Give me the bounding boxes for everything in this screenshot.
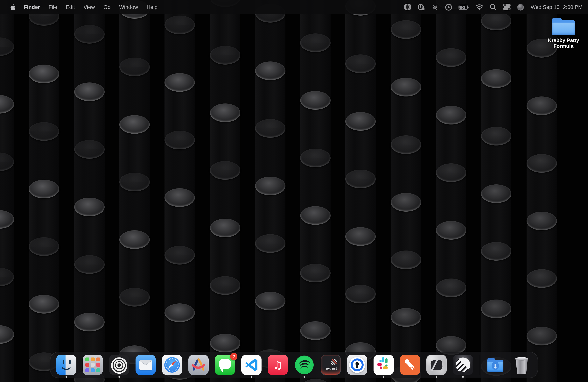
wallpaper-cylinder-column (255, 0, 285, 382)
spotify-icon (294, 355, 315, 375)
dock-item-onepassword[interactable] (347, 355, 367, 375)
arc-icon (189, 355, 209, 375)
blue-folder-icon (552, 18, 575, 35)
dock-item-messages[interactable]: 2 (215, 355, 235, 375)
dock-item-rings[interactable] (109, 355, 129, 375)
desktop: Finder File Edit View Go Window Help (0, 0, 588, 382)
wallpaper-cylinder-column (391, 0, 421, 382)
wallpaper-cylinder-column (526, 0, 557, 382)
raycast-label: raycast (321, 366, 340, 370)
menu-item-active-app[interactable]: Finder (20, 4, 44, 10)
safari-icon (162, 355, 182, 375)
menu-bar-left: Finder File Edit View Go Window Help (0, 4, 162, 10)
wifi-icon[interactable] (472, 0, 486, 14)
menu-bar-time: 2:00 PM (563, 4, 583, 10)
dock-item-arc[interactable] (189, 355, 209, 375)
wallpaper-cylinder-column (29, 0, 59, 382)
menu-item-window[interactable]: Window (115, 4, 142, 10)
dock-item-music[interactable]: ♫ (268, 355, 288, 375)
spotlight-search-icon[interactable] (486, 0, 500, 14)
dock-item-raycast[interactable]: raycast (321, 355, 341, 375)
vscode-icon (241, 355, 262, 375)
running-indicator (436, 376, 437, 378)
running-indicator (118, 376, 120, 378)
menu-item-file[interactable]: File (44, 4, 62, 10)
wallpaper-cylinder-column (481, 0, 512, 382)
rings-icon (109, 355, 129, 375)
menu-bar-status-area: Wed Sep 10 2:00 PM (401, 0, 588, 14)
trash-icon (512, 355, 532, 375)
dock-item-slack[interactable] (374, 355, 394, 375)
wallpaper (0, 0, 588, 382)
menu-item-view[interactable]: View (79, 4, 99, 10)
wallpaper-cylinder-column (210, 0, 240, 382)
running-indicator (383, 376, 384, 378)
dock-item-postman[interactable] (400, 355, 420, 375)
downloads-icon (485, 355, 505, 375)
sphere-assistant-icon[interactable] (514, 0, 527, 14)
music-icon: ♫ (268, 355, 288, 375)
linear-icon (453, 355, 473, 375)
dock-item-launchpad[interactable] (83, 355, 103, 375)
play-circle-menu-icon[interactable] (441, 0, 455, 14)
menu-bar-date: Wed Sep 10 (531, 4, 559, 10)
running-indicator (65, 376, 67, 378)
dock-item-finder[interactable] (56, 355, 76, 375)
menu-bar-clock[interactable]: Wed Sep 10 2:00 PM (527, 4, 583, 10)
dock-item-spotify[interactable] (294, 355, 315, 375)
starburst-app-menu-icon[interactable] (401, 0, 414, 14)
dock-divider (479, 355, 479, 375)
raycast-icon: raycast (321, 355, 341, 375)
menu-item-go[interactable]: Go (99, 4, 115, 10)
menu-item-edit[interactable]: Edit (62, 4, 79, 10)
onepassword-icon (347, 355, 367, 375)
wallpaper-cylinder-column (119, 0, 150, 382)
desktop-folder-label: Krabby Patty Formula (548, 37, 579, 49)
dock-item-downloads[interactable] (485, 355, 505, 375)
wallpaper-cylinder-column (165, 0, 195, 382)
battery-charging-icon[interactable] (455, 0, 472, 14)
dock-item-safari[interactable] (162, 355, 182, 375)
wallpaper-cylinder-column (300, 0, 331, 382)
wallpaper-cylinder-column (346, 0, 376, 382)
running-indicator (462, 376, 464, 378)
running-indicator (251, 376, 252, 378)
postman-icon (400, 355, 420, 375)
finder-icon (56, 355, 76, 375)
dock-item-vscode[interactable] (241, 355, 262, 375)
power-lock-menu-icon[interactable] (414, 0, 428, 14)
desktop-folder-krabby-patty-formula[interactable]: Krabby Patty Formula (542, 18, 585, 49)
wallpaper-cylinder-column (0, 0, 14, 382)
dock-item-marbled[interactable] (426, 355, 447, 375)
wallpaper-cylinder-column (436, 0, 466, 382)
wallpaper-cylinder-column (74, 0, 105, 382)
mail-icon (136, 355, 156, 375)
slack-icon (374, 355, 394, 375)
striped-diamond-menu-icon[interactable] (428, 0, 441, 14)
menu-item-help[interactable]: Help (142, 4, 162, 10)
launchpad-icon (83, 355, 103, 375)
running-indicator (304, 376, 305, 378)
marbled-icon (426, 355, 447, 375)
dock-item-trash[interactable] (512, 355, 532, 375)
control-center-icon[interactable] (500, 0, 514, 14)
dock-item-mail[interactable] (136, 355, 156, 375)
notification-badge: 2 (230, 353, 237, 360)
apple-menu-icon[interactable] (6, 4, 20, 10)
menu-bar: Finder File Edit View Go Window Help (0, 0, 588, 14)
dock-item-linear[interactable] (453, 355, 473, 375)
dock: 2 ♫ raycast (50, 352, 538, 378)
